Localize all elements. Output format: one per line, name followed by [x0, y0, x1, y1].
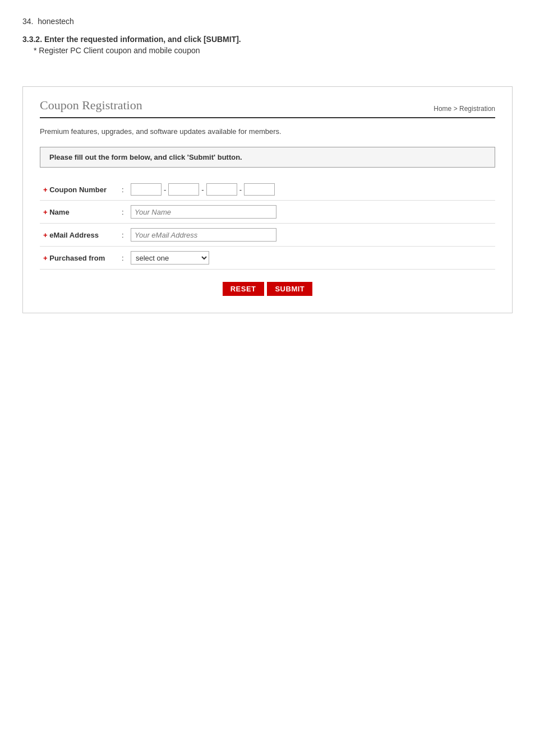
breadcrumb: Home > Registration	[433, 105, 495, 113]
name-row: + Name :	[40, 201, 495, 224]
coupon-segment-3[interactable]	[206, 183, 237, 196]
email-label: + eMail Address	[40, 224, 118, 247]
coupon-number-inputs: - - -	[127, 179, 495, 201]
name-input[interactable]	[131, 205, 276, 219]
purchased-from-select[interactable]: select one Online Store Retail Store Oth…	[131, 251, 209, 265]
coupon-number-row: + Coupon Number : - - -	[40, 179, 495, 201]
button-row: RESET SUBMIT	[40, 279, 495, 296]
coupon-segment-2[interactable]	[168, 183, 199, 196]
coupon-segment-4[interactable]	[244, 183, 275, 196]
purchased-from-label: + Purchased from	[40, 247, 118, 270]
name-input-cell	[127, 201, 495, 224]
email-row: + eMail Address :	[40, 224, 495, 247]
purchased-from-row: + Purchased from : select one Online Sto…	[40, 247, 495, 270]
instruction-title: 3.3.2. Enter the requested information, …	[22, 35, 513, 44]
submit-button[interactable]: SUBMIT	[267, 282, 312, 296]
email-input[interactable]	[131, 228, 276, 242]
page-number: 34. honestech	[22, 17, 513, 26]
premium-text: Premium features, upgrades, and software…	[40, 127, 495, 136]
instruction-block: 3.3.2. Enter the requested information, …	[22, 35, 513, 55]
email-colon: :	[118, 224, 127, 247]
coupon-number-colon: :	[118, 179, 127, 201]
reset-button[interactable]: RESET	[223, 282, 264, 296]
purchased-from-colon: :	[118, 247, 127, 270]
coupon-segment-1[interactable]	[131, 183, 162, 196]
purchased-from-input-cell: select one Online Store Retail Store Oth…	[127, 247, 495, 270]
registration-form-table: + Coupon Number : - - -	[40, 179, 495, 270]
name-colon: :	[118, 201, 127, 224]
coupon-number-label: + Coupon Number	[40, 179, 118, 201]
name-label: + Name	[40, 201, 118, 224]
email-input-cell	[127, 224, 495, 247]
instruction-subtitle: * Register PC Client coupon and mobile c…	[34, 46, 513, 55]
page-title: Coupon Registration	[40, 98, 142, 113]
form-notice: Please fill out the form below, and clic…	[40, 147, 495, 168]
coupon-registration-container: Coupon Registration Home > Registration …	[22, 86, 513, 313]
page-header: Coupon Registration Home > Registration	[40, 98, 495, 118]
